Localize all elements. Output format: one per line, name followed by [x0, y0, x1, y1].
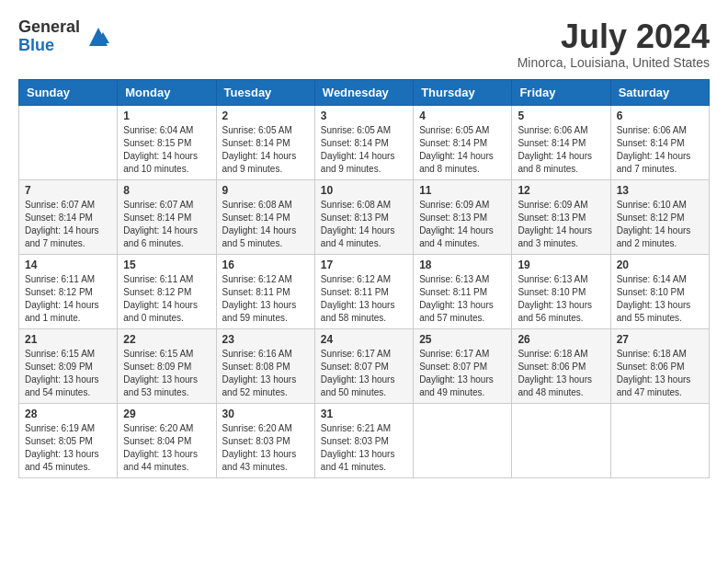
calendar-cell: 8Sunrise: 6:07 AM Sunset: 8:14 PM Daylig… [118, 179, 216, 254]
day-number: 6 [617, 109, 703, 122]
weekday-header-wednesday: Wednesday [314, 79, 413, 105]
calendar-cell: 30Sunrise: 6:20 AM Sunset: 8:03 PM Dayli… [216, 403, 314, 477]
calendar-cell: 17Sunrise: 6:12 AM Sunset: 8:11 PM Dayli… [314, 254, 413, 328]
calendar-cell: 6Sunrise: 6:06 AM Sunset: 8:14 PM Daylig… [610, 105, 709, 179]
day-info: Sunrise: 6:13 AM Sunset: 8:11 PM Dayligh… [419, 273, 506, 325]
day-number: 27 [617, 333, 703, 346]
day-number: 2 [222, 109, 309, 122]
day-number: 7 [25, 184, 111, 197]
day-info: Sunrise: 6:18 AM Sunset: 8:06 PM Dayligh… [617, 348, 703, 399]
day-info: Sunrise: 6:05 AM Sunset: 8:14 PM Dayligh… [222, 124, 309, 176]
calendar-cell: 12Sunrise: 6:09 AM Sunset: 8:13 PM Dayli… [512, 179, 610, 254]
calendar-cell: 25Sunrise: 6:17 AM Sunset: 8:07 PM Dayli… [414, 328, 512, 403]
calendar-cell [512, 403, 610, 477]
day-number: 26 [518, 333, 604, 346]
day-info: Sunrise: 6:05 AM Sunset: 8:14 PM Dayligh… [419, 124, 506, 176]
day-number: 29 [123, 408, 210, 420]
calendar-cell: 13Sunrise: 6:10 AM Sunset: 8:12 PM Dayli… [610, 179, 709, 254]
day-number: 31 [321, 408, 407, 420]
day-info: Sunrise: 6:15 AM Sunset: 8:09 PM Dayligh… [25, 348, 111, 399]
calendar-week-row: 1Sunrise: 6:04 AM Sunset: 8:15 PM Daylig… [19, 105, 710, 179]
calendar-cell: 10Sunrise: 6:08 AM Sunset: 8:13 PM Dayli… [314, 179, 413, 254]
calendar-cell: 24Sunrise: 6:17 AM Sunset: 8:07 PM Dayli… [314, 328, 413, 403]
calendar-cell: 7Sunrise: 6:07 AM Sunset: 8:14 PM Daylig… [19, 179, 118, 254]
day-info: Sunrise: 6:09 AM Sunset: 8:13 PM Dayligh… [419, 199, 506, 250]
title-block: July 2024 Minorca, Louisiana, United Sta… [518, 18, 710, 70]
weekday-header-friday: Friday [512, 79, 610, 105]
logo: General Blue [18, 18, 112, 55]
location-text: Minorca, Louisiana, United States [518, 55, 710, 70]
day-number: 1 [123, 109, 210, 122]
calendar-cell: 15Sunrise: 6:11 AM Sunset: 8:12 PM Dayli… [118, 254, 216, 328]
calendar-table: SundayMondayTuesdayWednesdayThursdayFrid… [18, 79, 710, 478]
day-info: Sunrise: 6:07 AM Sunset: 8:14 PM Dayligh… [25, 199, 111, 250]
day-info: Sunrise: 6:20 AM Sunset: 8:04 PM Dayligh… [123, 422, 210, 474]
day-number: 12 [518, 184, 604, 197]
day-info: Sunrise: 6:11 AM Sunset: 8:12 PM Dayligh… [25, 273, 111, 325]
day-number: 24 [321, 333, 407, 346]
day-number: 9 [222, 184, 309, 197]
day-number: 8 [123, 184, 210, 197]
day-info: Sunrise: 6:19 AM Sunset: 8:05 PM Dayligh… [25, 422, 111, 474]
calendar-cell: 26Sunrise: 6:18 AM Sunset: 8:06 PM Dayli… [512, 328, 610, 403]
calendar-cell [610, 403, 709, 477]
calendar-cell: 16Sunrise: 6:12 AM Sunset: 8:11 PM Dayli… [216, 254, 314, 328]
day-info: Sunrise: 6:08 AM Sunset: 8:14 PM Dayligh… [222, 199, 309, 250]
day-number: 23 [222, 333, 309, 346]
calendar-cell: 2Sunrise: 6:05 AM Sunset: 8:14 PM Daylig… [216, 105, 314, 179]
calendar-cell: 20Sunrise: 6:14 AM Sunset: 8:10 PM Dayli… [610, 254, 709, 328]
day-info: Sunrise: 6:09 AM Sunset: 8:13 PM Dayligh… [518, 199, 604, 250]
day-number: 17 [321, 259, 407, 271]
day-info: Sunrise: 6:05 AM Sunset: 8:14 PM Dayligh… [321, 124, 407, 176]
calendar-week-row: 21Sunrise: 6:15 AM Sunset: 8:09 PM Dayli… [19, 328, 710, 403]
calendar-cell: 14Sunrise: 6:11 AM Sunset: 8:12 PM Dayli… [19, 254, 118, 328]
day-info: Sunrise: 6:12 AM Sunset: 8:11 PM Dayligh… [321, 273, 407, 325]
calendar-cell: 31Sunrise: 6:21 AM Sunset: 8:03 PM Dayli… [314, 403, 413, 477]
day-number: 4 [419, 109, 506, 122]
day-info: Sunrise: 6:04 AM Sunset: 8:15 PM Dayligh… [123, 124, 210, 176]
day-number: 22 [123, 333, 210, 346]
calendar-week-row: 28Sunrise: 6:19 AM Sunset: 8:05 PM Dayli… [19, 403, 710, 477]
day-info: Sunrise: 6:06 AM Sunset: 8:14 PM Dayligh… [518, 124, 604, 176]
day-info: Sunrise: 6:20 AM Sunset: 8:03 PM Dayligh… [222, 422, 309, 474]
weekday-header-sunday: Sunday [19, 79, 118, 105]
day-info: Sunrise: 6:16 AM Sunset: 8:08 PM Dayligh… [222, 348, 309, 399]
calendar-cell: 28Sunrise: 6:19 AM Sunset: 8:05 PM Dayli… [19, 403, 118, 477]
logo-blue-text: Blue [18, 37, 80, 55]
day-number: 19 [518, 259, 604, 271]
day-info: Sunrise: 6:14 AM Sunset: 8:10 PM Dayligh… [617, 273, 703, 325]
day-info: Sunrise: 6:17 AM Sunset: 8:07 PM Dayligh… [419, 348, 506, 399]
day-number: 25 [419, 333, 506, 346]
day-info: Sunrise: 6:10 AM Sunset: 8:12 PM Dayligh… [617, 199, 703, 250]
calendar-cell: 21Sunrise: 6:15 AM Sunset: 8:09 PM Dayli… [19, 328, 118, 403]
calendar-cell: 23Sunrise: 6:16 AM Sunset: 8:08 PM Dayli… [216, 328, 314, 403]
day-info: Sunrise: 6:06 AM Sunset: 8:14 PM Dayligh… [617, 124, 703, 176]
calendar-cell: 5Sunrise: 6:06 AM Sunset: 8:14 PM Daylig… [512, 105, 610, 179]
calendar-cell: 27Sunrise: 6:18 AM Sunset: 8:06 PM Dayli… [610, 328, 709, 403]
logo-general-text: General [18, 18, 80, 37]
calendar-cell: 11Sunrise: 6:09 AM Sunset: 8:13 PM Dayli… [414, 179, 512, 254]
day-info: Sunrise: 6:07 AM Sunset: 8:14 PM Dayligh… [123, 199, 210, 250]
calendar-cell: 19Sunrise: 6:13 AM Sunset: 8:10 PM Dayli… [512, 254, 610, 328]
month-year-title: July 2024 [518, 18, 710, 55]
day-number: 11 [419, 184, 506, 197]
logo-icon [85, 23, 112, 51]
day-number: 30 [222, 408, 309, 420]
calendar-week-row: 14Sunrise: 6:11 AM Sunset: 8:12 PM Dayli… [19, 254, 710, 328]
page-header: General Blue July 2024 Minorca, Louisian… [18, 18, 710, 70]
calendar-cell: 1Sunrise: 6:04 AM Sunset: 8:15 PM Daylig… [118, 105, 216, 179]
day-info: Sunrise: 6:18 AM Sunset: 8:06 PM Dayligh… [518, 348, 604, 399]
calendar-cell: 29Sunrise: 6:20 AM Sunset: 8:04 PM Dayli… [118, 403, 216, 477]
calendar-cell: 22Sunrise: 6:15 AM Sunset: 8:09 PM Dayli… [118, 328, 216, 403]
day-number: 10 [321, 184, 407, 197]
weekday-header-thursday: Thursday [414, 79, 512, 105]
calendar-week-row: 7Sunrise: 6:07 AM Sunset: 8:14 PM Daylig… [19, 179, 710, 254]
day-number: 14 [25, 259, 111, 271]
day-info: Sunrise: 6:11 AM Sunset: 8:12 PM Dayligh… [123, 273, 210, 325]
day-info: Sunrise: 6:15 AM Sunset: 8:09 PM Dayligh… [123, 348, 210, 399]
day-number: 15 [123, 259, 210, 271]
day-number: 20 [617, 259, 703, 271]
weekday-header-monday: Monday [118, 79, 216, 105]
day-number: 5 [518, 109, 604, 122]
calendar-cell [414, 403, 512, 477]
